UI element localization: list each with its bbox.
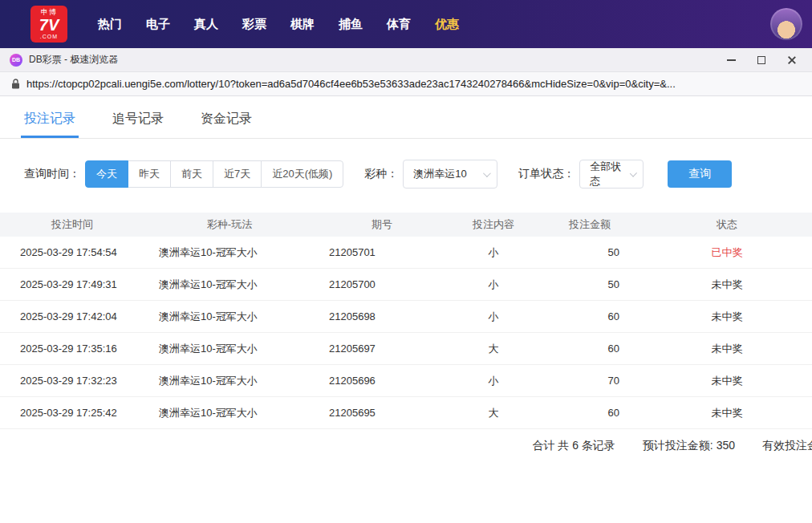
time-option-7days[interactable]: 近7天 (213, 160, 262, 188)
page-content: 投注记录 追号记录 资金记录 查询时间： 今天 昨天 前天 近7天 近20天(低… (0, 96, 812, 463)
col-status: 状态 (642, 217, 812, 232)
cell-status: 未中奖 (642, 342, 812, 356)
table-row: 2025-03-29 17:35:16 澳洲幸运10-冠军大小 21205697… (0, 333, 812, 365)
close-icon (787, 55, 797, 65)
minimize-button[interactable] (716, 48, 746, 72)
nav-item-cards[interactable]: 棋牌 (290, 17, 315, 32)
site-nav: 热门 电子 真人 彩票 棋牌 捕鱼 体育 优惠 (98, 17, 459, 32)
cell-game-play: 澳洲幸运10-冠军大小 (144, 310, 315, 324)
nav-item-hot[interactable]: 热门 (98, 17, 122, 32)
table-row: 2025-03-29 17:49:31 澳洲幸运10-冠军大小 21205700… (0, 269, 812, 301)
cell-status: 未中奖 (642, 406, 812, 420)
url-bar[interactable]: https://ctopcp02pcali.uengi5e.com/lotter… (0, 72, 812, 96)
time-filter-label: 查询时间： (24, 167, 80, 181)
cell-bet-time: 2025-03-29 17:54:54 (0, 246, 144, 258)
record-tabs: 投注记录 追号记录 资金记录 (0, 96, 812, 139)
time-option-day-before[interactable]: 前天 (170, 160, 213, 188)
col-issue: 期号 (315, 217, 449, 232)
order-status-select[interactable]: 全部状态 (579, 160, 644, 189)
nav-item-live[interactable]: 真人 (194, 17, 218, 32)
lottery-select[interactable]: 澳洲幸运10 (403, 160, 497, 189)
tab-chase-records[interactable]: 追号记录 (112, 111, 164, 138)
cell-bet-time: 2025-03-29 17:25:42 (0, 407, 144, 419)
close-button[interactable] (777, 48, 807, 72)
cell-game-play: 澳洲幸运10-冠军大小 (144, 245, 315, 260)
url-text[interactable]: https://ctopcp02pcali.uengi5e.com/lotter… (26, 78, 676, 90)
cell-issue: 21205701 (315, 246, 449, 258)
user-avatar[interactable] (770, 8, 802, 40)
nav-item-promo[interactable]: 优惠 (435, 17, 459, 32)
site-header: 申博 7V .COM 热门 电子 真人 彩票 棋牌 捕鱼 体育 优惠 (0, 0, 812, 48)
cell-bet-time: 2025-03-29 17:42:04 (0, 310, 144, 322)
tab-fund-records[interactable]: 资金记录 (201, 111, 252, 138)
maximize-button[interactable] (746, 48, 777, 72)
table-row: 2025-03-29 17:42:04 澳洲幸运10-冠军大小 21205698… (0, 301, 812, 333)
cell-status: 未中奖 (642, 374, 812, 388)
query-button[interactable]: 查询 (668, 160, 732, 188)
nav-item-electronic[interactable]: 电子 (146, 17, 170, 32)
cell-bet-time: 2025-03-29 17:35:16 (0, 343, 144, 355)
table-row: 2025-03-29 17:32:23 澳洲幸运10-冠军大小 21205696… (0, 365, 812, 397)
cell-status: 未中奖 (642, 278, 812, 292)
summary-expected-amount: 预计投注金额: 350 (643, 439, 735, 453)
cell-issue: 21205698 (315, 310, 449, 322)
brand-logo[interactable]: 申博 7V .COM (30, 6, 67, 43)
cell-game-play: 澳洲幸运10-冠军大小 (144, 278, 315, 292)
nav-item-lottery[interactable]: 彩票 (242, 17, 266, 32)
col-bet-content: 投注内容 (449, 217, 538, 232)
summary-total: 合计 共 6 条记录 (532, 439, 615, 453)
cell-bet-amount: 50 (538, 278, 642, 290)
cell-bet-amount: 60 (538, 310, 642, 322)
summary-valid-amount: 有效投注金 (762, 439, 812, 453)
cell-game-play: 澳洲幸运10-冠军大小 (144, 406, 315, 420)
screen: 申博 7V .COM 热门 电子 真人 彩票 棋牌 捕鱼 体育 优惠 DB DB… (0, 0, 812, 523)
cell-issue: 21205696 (315, 375, 449, 387)
lottery-select-value: 澳洲幸运10 (413, 167, 466, 181)
cell-bet-amount: 70 (538, 375, 642, 387)
cell-bet-content: 大 (449, 406, 538, 420)
time-option-yesterday[interactable]: 昨天 (128, 160, 171, 188)
cell-bet-amount: 60 (538, 407, 642, 419)
table-row: 2025-03-29 17:25:42 澳洲幸运10-冠军大小 21205695… (0, 397, 812, 429)
brand-logo-top: 申博 (41, 9, 57, 16)
cell-bet-amount: 60 (538, 343, 642, 355)
browser-favicon: DB (10, 54, 22, 67)
chevron-down-icon (630, 169, 637, 176)
col-game-play: 彩种-玩法 (144, 217, 315, 232)
time-filter-group: 今天 昨天 前天 近7天 近20天(低频) (85, 160, 343, 188)
records-table: 投注时间 彩种-玩法 期号 投注内容 投注金额 状态 2025-03-29 17… (0, 213, 812, 463)
cell-game-play: 澳洲幸运10-冠军大小 (144, 374, 315, 388)
nav-item-sports[interactable]: 体育 (387, 17, 411, 32)
time-option-20days[interactable]: 近20天(低频) (261, 160, 343, 188)
lottery-filter-label: 彩种： (364, 167, 398, 181)
cell-status: 已中奖 (642, 245, 812, 260)
brand-logo-bottom: .COM (40, 34, 58, 39)
order-status-value: 全部状态 (590, 160, 625, 189)
nav-item-fishing[interactable]: 捕鱼 (339, 17, 363, 32)
cell-issue: 21205697 (315, 343, 449, 355)
col-bet-time: 投注时间 (0, 217, 144, 232)
cell-issue: 21205695 (315, 407, 449, 419)
cell-issue: 21205700 (315, 278, 449, 290)
cell-bet-amount: 50 (538, 246, 642, 258)
table-summary: 合计 共 6 条记录 预计投注金额: 350 有效投注金 (0, 429, 812, 463)
minimize-icon (727, 59, 736, 61)
brand-logo-main: 7V (39, 17, 59, 33)
cell-game-play: 澳洲幸运10-冠军大小 (144, 342, 315, 356)
col-bet-amount: 投注金额 (538, 217, 642, 232)
filter-row: 查询时间： 今天 昨天 前天 近7天 近20天(低频) 彩种： 澳洲幸运10 订… (24, 160, 812, 189)
chevron-down-icon (483, 169, 491, 177)
tab-bet-records[interactable]: 投注记录 (24, 111, 75, 138)
table-header: 投注时间 彩种-玩法 期号 投注内容 投注金额 状态 (0, 213, 812, 237)
cell-bet-time: 2025-03-29 17:49:31 (0, 278, 144, 290)
browser-titlebar: DB DB彩票 - 极速浏览器 (0, 48, 812, 72)
status-filter-label: 订单状态： (518, 167, 574, 181)
table-row: 2025-03-29 17:54:54 澳洲幸运10-冠军大小 21205701… (0, 237, 812, 269)
cell-bet-content: 大 (449, 342, 538, 356)
cell-bet-content: 小 (449, 245, 538, 260)
cell-bet-content: 小 (449, 278, 538, 292)
time-option-today[interactable]: 今天 (85, 160, 128, 188)
lock-icon (11, 79, 20, 89)
maximize-icon (757, 56, 765, 64)
cell-bet-content: 小 (449, 310, 538, 324)
